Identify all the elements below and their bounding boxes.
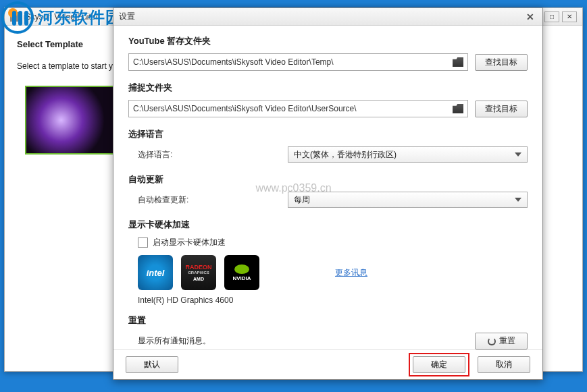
language-value: 中文(繁体，香港特别行政区) <box>294 149 397 161</box>
settings-dialog: 设置 ✕ YouTube 暂存文件夹 C:\Users\ASUS\Documen… <box>113 7 543 380</box>
auto-update-label: 自动检查更新: <box>138 194 280 206</box>
dialog-titlebar: 设置 ✕ <box>113 8 542 26</box>
dialog-footer: 默认 确定 取消 <box>113 349 542 379</box>
maximize-button[interactable]: □ <box>544 11 559 22</box>
youtube-temp-header: YouTube 暂存文件夹 <box>128 35 528 47</box>
reset-button[interactable]: 重置 <box>475 333 528 349</box>
watermark-logo: 河东软件园 <box>1 1 122 34</box>
nvidia-logo-icon: NVIDIA <box>224 255 259 290</box>
chevron-down-icon <box>515 152 521 157</box>
gpu-accel-header: 显示卡硬体加速 <box>128 219 528 231</box>
auto-update-header: 自动更新 <box>128 173 528 186</box>
reset-header: 重置 <box>128 314 528 327</box>
more-info-link[interactable]: 更多讯息 <box>335 267 367 279</box>
gpu-accel-checkbox[interactable] <box>138 237 148 248</box>
language-header: 选择语言 <box>128 128 528 140</box>
intel-logo-icon: intel <box>138 255 173 290</box>
folder-icon[interactable] <box>453 104 463 113</box>
language-select[interactable]: 中文(繁体，香港特别行政区) <box>288 146 528 163</box>
detected-gpu-text: Intel(R) HD Graphics 4600 <box>138 296 528 305</box>
gpu-accel-checkbox-label: 启动显示卡硬体加速 <box>153 237 226 248</box>
chevron-down-icon <box>515 198 521 202</box>
auto-update-select[interactable]: 每周 <box>288 192 528 208</box>
ok-button-highlight: 确定 <box>409 353 469 376</box>
youtube-temp-find-button[interactable]: 查找目标 <box>475 54 528 71</box>
capture-path-text: C:\Users\ASUS\Documents\iSkysoft Video E… <box>133 104 357 113</box>
auto-update-value: 每周 <box>294 194 310 206</box>
default-button[interactable]: 默认 <box>126 356 178 373</box>
dialog-title-text: 设置 <box>119 11 135 22</box>
refresh-icon <box>488 337 496 345</box>
folder-icon[interactable] <box>453 57 463 67</box>
reset-description: 显示所有通知消息。 <box>138 335 211 347</box>
youtube-temp-path-text: C:\Users\ASUS\Documents\iSkysoft Video E… <box>133 57 334 67</box>
watermark-brand-text: 河东软件园 <box>38 7 122 28</box>
cancel-button[interactable]: 取消 <box>478 356 530 373</box>
template-thumbnail-dancing-night[interactable] <box>25 86 115 155</box>
watermark-logo-icon <box>1 1 34 34</box>
amd-radeon-logo-icon: RADEON GRAPHICS AMD <box>181 255 216 290</box>
language-label: 选择语言: <box>138 149 280 161</box>
capture-path-input[interactable]: C:\Users\ASUS\Documents\iSkysoft Video E… <box>128 100 468 117</box>
capture-find-button[interactable]: 查找目标 <box>475 101 528 117</box>
capture-folder-header: 捕捉文件夹 <box>128 82 528 94</box>
close-icon[interactable]: ✕ <box>524 11 537 23</box>
ok-button[interactable]: 确定 <box>413 356 465 373</box>
close-main-button[interactable]: ✕ <box>562 11 577 22</box>
youtube-temp-path-input[interactable]: C:\Users\ASUS\Documents\iSkysoft Video E… <box>128 53 468 71</box>
